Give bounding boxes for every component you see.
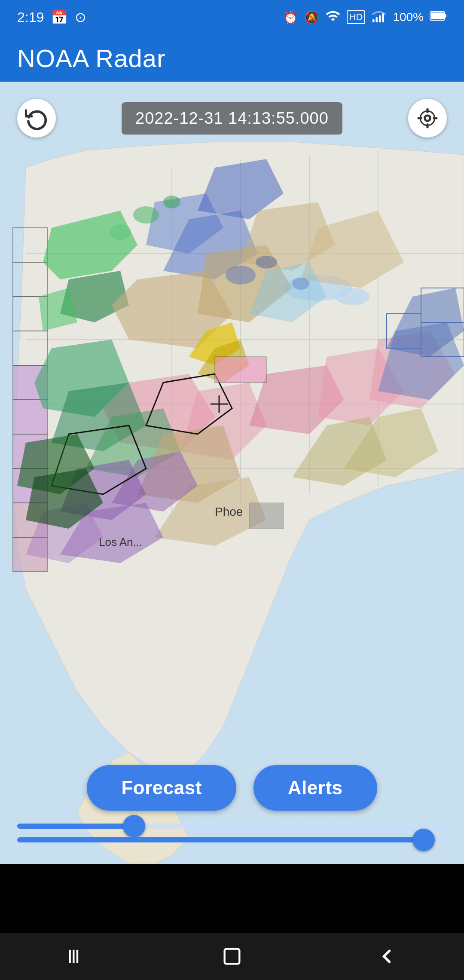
refresh-button[interactable]	[17, 99, 56, 138]
status-time: 2:19	[17, 9, 44, 25]
app-bar: NOAA Radar	[0, 34, 464, 82]
time-slider-top[interactable]	[17, 824, 447, 829]
svg-point-77	[292, 278, 309, 290]
svg-point-78	[425, 116, 430, 121]
svg-rect-6	[431, 12, 444, 19]
calendar-icon: 📅	[51, 9, 68, 25]
alerts-button[interactable]: Alerts	[253, 765, 377, 811]
svg-point-74	[110, 224, 131, 240]
svg-point-72	[133, 206, 159, 224]
app-title: NOAA Radar	[17, 44, 165, 73]
wifi-icon	[325, 8, 341, 27]
svg-rect-80	[69, 950, 71, 963]
mute-icon: 🔕	[304, 10, 319, 24]
battery-percentage: 100%	[393, 10, 424, 24]
slider-bottom-row	[17, 837, 447, 842]
nav-back-button[interactable]	[369, 939, 404, 974]
action-buttons: Forecast Alerts	[17, 765, 447, 811]
timestamp-label: 2022-12-31 14:13:55.000	[122, 102, 342, 135]
svg-point-73	[163, 196, 180, 208]
svg-rect-3	[382, 13, 385, 22]
bottom-overlay: Forecast Alerts	[0, 765, 464, 864]
svg-rect-1	[376, 17, 378, 22]
map-controls: 2022-12-31 14:13:55.000	[0, 90, 464, 146]
forecast-button[interactable]: Forecast	[87, 765, 236, 811]
svg-rect-0	[372, 19, 375, 22]
map-container[interactable]: Phoe Los An... 2022-12-31 14:13:55.000	[0, 82, 464, 864]
nav-menu-button[interactable]	[60, 939, 95, 974]
svg-point-9	[335, 288, 369, 305]
svg-rect-5	[445, 14, 446, 18]
svg-rect-63	[215, 357, 266, 383]
status-bar: 2:19 📅 ⊙ ⏰ 🔕 HD 100%	[0, 0, 464, 34]
slider-top-row	[17, 824, 447, 829]
nav-home-button[interactable]	[215, 939, 249, 974]
svg-rect-2	[379, 15, 381, 22]
svg-rect-82	[76, 950, 78, 963]
svg-rect-81	[73, 950, 74, 963]
svg-rect-83	[225, 949, 240, 964]
location-button[interactable]	[408, 99, 447, 138]
svg-point-76	[256, 256, 277, 269]
time-slider-bottom[interactable]	[17, 837, 447, 842]
svg-text:Los An...: Los An...	[99, 536, 142, 548]
svg-point-75	[226, 266, 256, 285]
svg-point-79	[420, 111, 434, 125]
signal-icon	[371, 8, 387, 27]
svg-text:Phoe: Phoe	[215, 505, 243, 518]
status-left: 2:19 📅 ⊙	[17, 9, 86, 25]
nav-bar	[0, 933, 464, 980]
battery-icon	[430, 10, 447, 25]
svg-rect-67	[249, 503, 284, 529]
target-icon: ⊙	[75, 9, 86, 25]
hd-icon: HD	[347, 10, 366, 24]
alarm-icon: ⏰	[283, 10, 298, 24]
status-right: ⏰ 🔕 HD 100%	[283, 8, 447, 27]
